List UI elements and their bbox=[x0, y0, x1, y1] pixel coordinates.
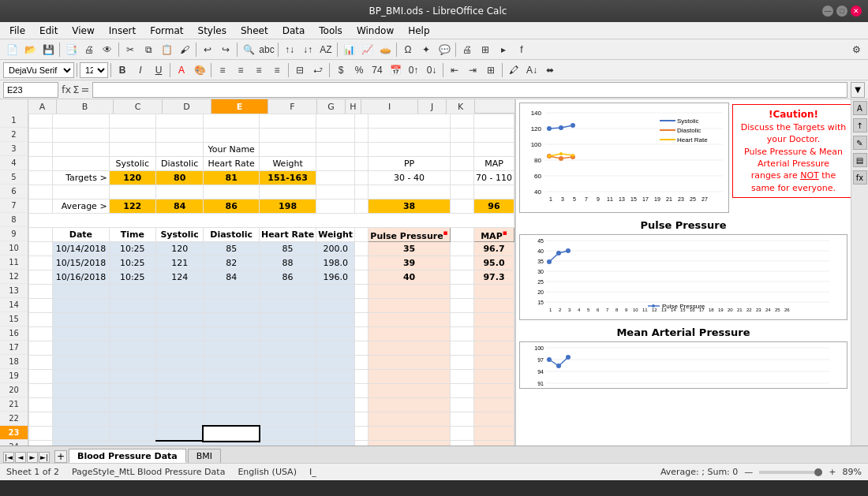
cell-k4[interactable]: MAP bbox=[474, 157, 514, 171]
cell-k2[interactable] bbox=[474, 129, 514, 143]
cell-f23[interactable] bbox=[259, 427, 316, 441]
zoom-slider[interactable] bbox=[759, 471, 822, 474]
grid-content[interactable]: Your Name Systolic Diastolic bbox=[28, 114, 514, 446]
spell-btn[interactable]: abc bbox=[258, 41, 275, 58]
cell-b12-date[interactable]: 10/16/2018 bbox=[53, 270, 109, 285]
cell-e4[interactable]: Heart Rate bbox=[204, 157, 260, 171]
row-num-14[interactable]: 14 bbox=[0, 298, 28, 312]
cell-d10-sys[interactable]: 120 bbox=[155, 242, 203, 256]
menu-view[interactable]: View bbox=[65, 24, 100, 38]
cell-k6[interactable] bbox=[474, 185, 514, 200]
cell-h2[interactable] bbox=[355, 129, 369, 143]
cell-d2[interactable] bbox=[155, 129, 203, 143]
cell-f6[interactable] bbox=[259, 185, 316, 200]
cell-g2[interactable] bbox=[316, 129, 355, 143]
add-sheet-btn[interactable]: + bbox=[54, 450, 67, 463]
cell-c9-time-header[interactable]: Time bbox=[109, 228, 155, 242]
cell-g7[interactable] bbox=[316, 200, 355, 214]
cell-i1[interactable] bbox=[369, 114, 450, 129]
cell-b24[interactable] bbox=[53, 441, 109, 446]
undo-btn[interactable]: ↩ bbox=[199, 41, 216, 58]
cell-h7[interactable] bbox=[355, 200, 369, 214]
cell-f4[interactable]: Weight bbox=[259, 157, 316, 171]
row-num-10[interactable]: 10 bbox=[0, 241, 28, 255]
cell-j9[interactable] bbox=[450, 228, 473, 242]
cell-c1[interactable] bbox=[109, 114, 155, 129]
cell-j23[interactable] bbox=[450, 427, 473, 441]
row-num-12[interactable]: 12 bbox=[0, 270, 28, 284]
cell-h4[interactable] bbox=[355, 157, 369, 171]
underline-btn[interactable]: U bbox=[150, 62, 167, 79]
sidebar-toggle[interactable]: ⚙ bbox=[847, 41, 865, 58]
cell-c5-systolic-target[interactable]: 120 bbox=[109, 171, 155, 185]
cell-h5[interactable] bbox=[355, 171, 369, 185]
cell-a3[interactable] bbox=[29, 143, 53, 157]
cell-g4[interactable] bbox=[316, 157, 355, 171]
open-btn[interactable]: 📂 bbox=[21, 41, 39, 58]
cell-d7-diastolic-avg[interactable]: 84 bbox=[155, 200, 203, 214]
print2-btn[interactable]: 🖨 bbox=[458, 41, 476, 58]
menu-sheet[interactable]: Sheet bbox=[234, 24, 275, 38]
cell-c10-time[interactable]: 10:25 bbox=[109, 242, 155, 256]
bar-chart-btn[interactable]: 📈 bbox=[358, 41, 376, 58]
tab-first-btn[interactable]: |◄ bbox=[3, 452, 14, 463]
copy-btn[interactable]: ⧉ bbox=[140, 41, 157, 58]
cell-c4[interactable]: Systolic bbox=[109, 157, 155, 171]
cell-h24[interactable] bbox=[355, 441, 369, 446]
cell-k11-map[interactable]: 95.0 bbox=[474, 256, 514, 270]
cell-f12-hr[interactable]: 86 bbox=[259, 270, 316, 285]
save-btn[interactable]: 💾 bbox=[39, 41, 57, 58]
sheet-tab-blood-pressure[interactable]: Blood Pressure Data bbox=[69, 449, 186, 463]
pdf-btn[interactable]: 📑 bbox=[62, 41, 80, 58]
row-num-22[interactable]: 22 bbox=[0, 412, 28, 426]
sort-asc-btn[interactable]: ↑↓ bbox=[281, 41, 298, 58]
minimize-button[interactable]: — bbox=[822, 6, 833, 17]
row-num-1[interactable]: 1 bbox=[0, 114, 28, 128]
cell-h12[interactable] bbox=[355, 270, 369, 285]
cell-h10[interactable] bbox=[355, 242, 369, 256]
cell-g11-wt[interactable]: 198.0 bbox=[316, 256, 355, 270]
cell-f3[interactable] bbox=[259, 143, 316, 157]
cell-g24[interactable] bbox=[316, 441, 355, 446]
col-header-j[interactable]: J bbox=[418, 99, 447, 114]
cell-k24[interactable] bbox=[474, 441, 514, 446]
find-btn[interactable]: 🔍 bbox=[240, 41, 257, 58]
cell-k23[interactable] bbox=[474, 427, 514, 441]
cell-a5[interactable] bbox=[29, 171, 53, 185]
cell-c23[interactable] bbox=[109, 427, 155, 441]
row-num-5[interactable]: 5 bbox=[0, 170, 28, 185]
comment-btn[interactable]: 💬 bbox=[436, 41, 453, 58]
col-header-a[interactable]: A bbox=[28, 99, 57, 114]
sidebar-icon-4[interactable]: ▤ bbox=[853, 153, 867, 167]
align-left-btn[interactable]: ≡ bbox=[214, 62, 231, 79]
sidebar-icon-2[interactable]: ↑ bbox=[853, 118, 867, 132]
menu-data[interactable]: Data bbox=[276, 24, 312, 38]
redo-btn[interactable]: ↪ bbox=[217, 41, 234, 58]
cell-b5-targets-label[interactable]: Targets > bbox=[53, 171, 109, 185]
cell-a7[interactable] bbox=[29, 200, 53, 214]
col-header-g[interactable]: G bbox=[317, 99, 346, 114]
zoom-minus[interactable]: — bbox=[744, 467, 753, 477]
cell-f9-hr-header[interactable]: Heart Rate bbox=[259, 228, 316, 242]
row-num-9[interactable]: 9 bbox=[0, 227, 28, 241]
func-btn[interactable]: f bbox=[513, 41, 530, 58]
cell-j24[interactable] bbox=[450, 441, 473, 446]
cell-a1[interactable] bbox=[29, 114, 53, 129]
cell-f1[interactable] bbox=[259, 114, 316, 129]
cell-f11-hr[interactable]: 88 bbox=[259, 256, 316, 270]
sheet-tab-bmi[interactable]: BMI bbox=[188, 449, 221, 463]
cell-e7-hr-avg[interactable]: 86 bbox=[204, 200, 260, 214]
cell-j1[interactable] bbox=[450, 114, 473, 129]
cell-j5[interactable] bbox=[450, 171, 473, 185]
cell-k10-map[interactable]: 96.7 bbox=[474, 242, 514, 256]
cell-i3[interactable] bbox=[369, 143, 450, 157]
rtl-btn[interactable]: ⬌ bbox=[541, 62, 559, 79]
cell-d6[interactable] bbox=[155, 185, 203, 200]
cell-d11-sys[interactable]: 121 bbox=[155, 256, 203, 270]
cell-j10[interactable] bbox=[450, 242, 473, 256]
cell-c3[interactable] bbox=[109, 143, 155, 157]
cell-g10-wt[interactable]: 200.0 bbox=[316, 242, 355, 256]
cell-i4[interactable]: PP bbox=[369, 157, 450, 171]
cell-e5-hr-target[interactable]: 81 bbox=[204, 171, 260, 185]
bold-btn[interactable]: B bbox=[114, 62, 131, 79]
